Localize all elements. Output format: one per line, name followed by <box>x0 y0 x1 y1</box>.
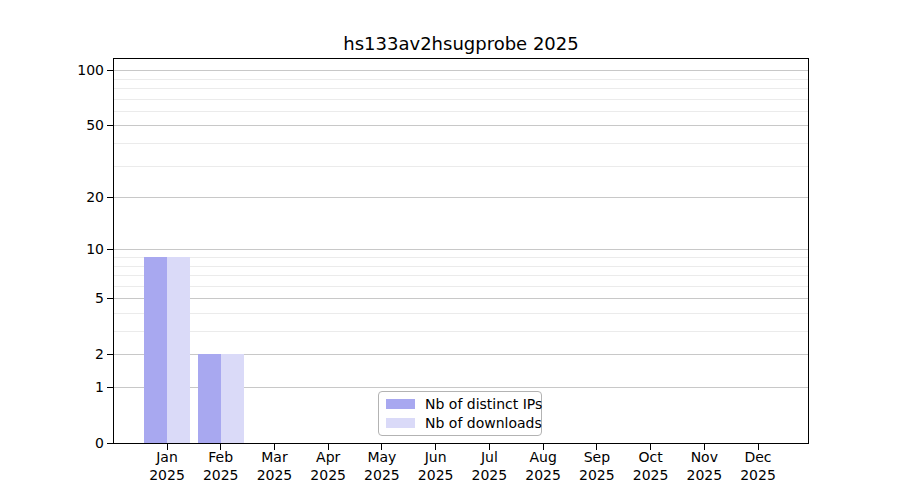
bar-downloads <box>167 257 190 443</box>
gridline-major <box>114 70 808 71</box>
legend-item-downloads: Nb of downloads <box>386 415 537 431</box>
y-tick-label: 0 <box>0 434 104 452</box>
y-tick-mark <box>107 70 113 71</box>
gridline-major <box>114 125 808 126</box>
gridline-minor <box>114 88 808 89</box>
gridline-minor <box>114 286 808 287</box>
legend-label-downloads: Nb of downloads <box>425 415 542 431</box>
gridline-minor <box>114 79 808 80</box>
y-tick-mark <box>107 443 113 444</box>
gridline-minor <box>114 257 808 258</box>
legend-swatch-downloads <box>386 418 415 428</box>
gridline-major <box>114 298 808 299</box>
legend: Nb of distinct IPs Nb of downloads <box>378 391 542 436</box>
gridline-minor <box>114 166 808 167</box>
x-tick-label: Dec2025 <box>716 449 800 484</box>
y-tick-label: 20 <box>0 188 104 206</box>
x-tick-month: Dec <box>716 449 800 467</box>
gridline-minor <box>114 111 808 112</box>
chart-title: hs133av2hsugprobe 2025 <box>113 33 809 54</box>
y-tick-mark <box>107 197 113 198</box>
y-tick-label: 50 <box>0 116 104 134</box>
y-tick-mark <box>107 125 113 126</box>
y-tick-label: 1 <box>0 378 104 396</box>
legend-item-distinct-ips: Nb of distinct IPs <box>386 396 537 412</box>
bar-distinct-ips <box>198 354 221 443</box>
plot-area <box>113 58 809 444</box>
y-tick-label: 10 <box>0 240 104 258</box>
gridline-minor <box>114 99 808 100</box>
legend-label-distinct-ips: Nb of distinct IPs <box>425 396 542 412</box>
legend-swatch-distinct-ips <box>386 399 415 409</box>
gridline-major <box>114 197 808 198</box>
y-tick-mark <box>107 354 113 355</box>
gridline-minor <box>114 275 808 276</box>
y-tick-mark <box>107 298 113 299</box>
bar-downloads <box>221 354 244 443</box>
x-tick-year: 2025 <box>716 467 800 485</box>
y-tick-label: 5 <box>0 289 104 307</box>
gridline-minor <box>114 266 808 267</box>
y-tick-label: 100 <box>0 61 104 79</box>
figure-root: hs133av2hsugprobe 2025 0125102050100 Jan… <box>0 0 900 500</box>
gridline-minor <box>114 331 808 332</box>
gridline-major <box>114 249 808 250</box>
y-tick-label: 2 <box>0 345 104 363</box>
gridline-minor <box>114 313 808 314</box>
y-tick-mark <box>107 249 113 250</box>
bar-distinct-ips <box>144 257 167 443</box>
y-tick-mark <box>107 387 113 388</box>
gridline-minor <box>114 143 808 144</box>
